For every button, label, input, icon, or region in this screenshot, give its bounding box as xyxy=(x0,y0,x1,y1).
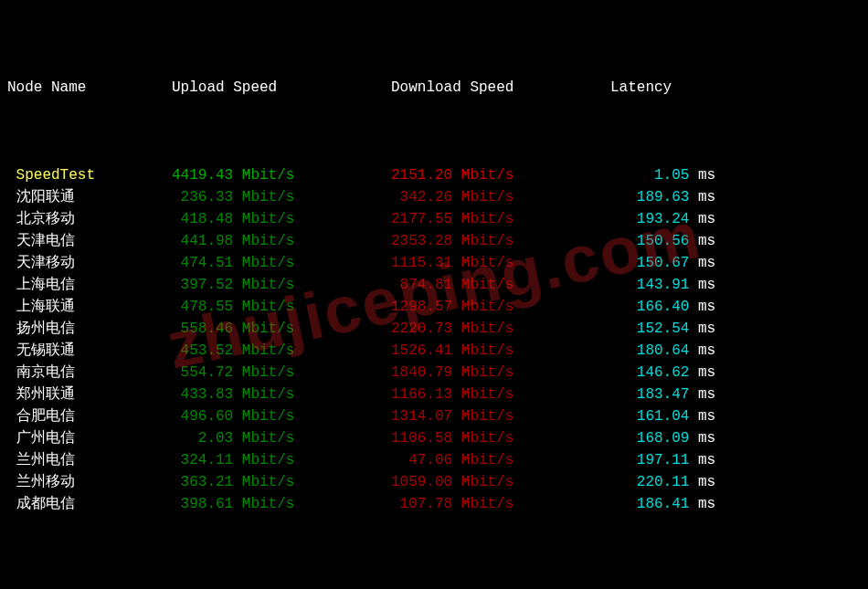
cell-download: 1166.13 Mbit/s xyxy=(391,384,610,405)
table-row: 上海电信 397.52 Mbit/s 874.81 Mbit/s 143.91 … xyxy=(7,274,861,296)
table-row: 上海联通 478.55 Mbit/s1298.57 Mbit/s 166.40 … xyxy=(7,296,861,318)
cell-download: 1298.57 Mbit/s xyxy=(391,296,610,318)
cell-latency: 197.11 ms xyxy=(610,449,775,471)
cell-latency: 166.40 ms xyxy=(610,296,775,318)
cell-latency: 161.04 ms xyxy=(610,405,775,427)
cell-node: 兰州移动 xyxy=(7,471,172,493)
cell-download: 2353.28 Mbit/s xyxy=(391,230,610,252)
cell-upload: 558.46 Mbit/s xyxy=(172,318,391,340)
cell-node: 郑州联通 xyxy=(7,384,172,405)
cell-upload: 324.11 Mbit/s xyxy=(172,449,391,471)
cell-node: 成都电信 xyxy=(7,493,172,515)
cell-upload: 433.83 Mbit/s xyxy=(172,384,391,405)
table-row: 无锡联通 453.52 Mbit/s1526.41 Mbit/s 180.64 … xyxy=(7,340,861,362)
cell-upload: 441.98 Mbit/s xyxy=(172,230,391,252)
cell-download: 1840.79 Mbit/s xyxy=(391,362,610,384)
cell-latency: 143.91 ms xyxy=(610,274,775,296)
table-header: Node Name Upload Speed Download Speed La… xyxy=(7,77,861,99)
cell-upload: 496.60 Mbit/s xyxy=(172,405,391,427)
table-row: 广州电信 2.03 Mbit/s1106.58 Mbit/s 168.09 ms xyxy=(7,427,861,449)
cell-node: 上海电信 xyxy=(7,274,172,296)
table-row: 天津移动 474.51 Mbit/s1115.31 Mbit/s 150.67 … xyxy=(7,252,861,274)
cell-node: 合肥电信 xyxy=(7,405,172,427)
table-row: 扬州电信 558.46 Mbit/s2220.73 Mbit/s 152.54 … xyxy=(7,318,861,340)
cell-upload: 418.48 Mbit/s xyxy=(172,208,391,230)
cell-node: 沈阳联通 xyxy=(7,186,172,208)
cell-node: 南京电信 xyxy=(7,362,172,384)
cell-latency: 152.54 ms xyxy=(610,318,775,340)
table-row: 兰州移动 363.21 Mbit/s1059.00 Mbit/s 220.11 … xyxy=(7,471,861,493)
cell-download: 1115.31 Mbit/s xyxy=(391,252,610,274)
cell-upload: 398.61 Mbit/s xyxy=(172,493,391,515)
cell-download: 874.81 Mbit/s xyxy=(391,274,610,296)
cell-node: 天津移动 xyxy=(7,252,172,274)
table-row: 北京移动 418.48 Mbit/s2177.55 Mbit/s 193.24 … xyxy=(7,208,861,230)
cell-latency: 186.41 ms xyxy=(610,493,775,515)
cell-node: 扬州电信 xyxy=(7,318,172,340)
cell-upload: 478.55 Mbit/s xyxy=(172,296,391,318)
cell-upload: 397.52 Mbit/s xyxy=(172,274,391,296)
cell-download: 2151.20 Mbit/s xyxy=(391,164,610,186)
cell-download: 47.06 Mbit/s xyxy=(391,449,610,471)
table-row: SpeedTest4419.43 Mbit/s2151.20 Mbit/s 1.… xyxy=(7,164,861,186)
table-row: 兰州电信 324.11 Mbit/s 47.06 Mbit/s 197.11 m… xyxy=(7,449,861,471)
cell-upload: 453.52 Mbit/s xyxy=(172,340,391,362)
cell-download: 1526.41 Mbit/s xyxy=(391,340,610,362)
cell-upload: 554.72 Mbit/s xyxy=(172,362,391,384)
cell-node: 上海联通 xyxy=(7,296,172,318)
table-body: SpeedTest4419.43 Mbit/s2151.20 Mbit/s 1.… xyxy=(7,164,861,515)
table-row: 天津电信 441.98 Mbit/s2353.28 Mbit/s 150.56 … xyxy=(7,230,861,252)
table-row: 南京电信 554.72 Mbit/s1840.79 Mbit/s 146.62 … xyxy=(7,362,861,384)
cell-node: 北京移动 xyxy=(7,208,172,230)
cell-download: 1314.07 Mbit/s xyxy=(391,405,610,427)
table-row: 合肥电信 496.60 Mbit/s1314.07 Mbit/s 161.04 … xyxy=(7,405,861,427)
cell-download: 1059.00 Mbit/s xyxy=(391,471,610,493)
cell-node: 广州电信 xyxy=(7,427,172,449)
cell-upload: 236.33 Mbit/s xyxy=(172,186,391,208)
header-latency: Latency xyxy=(610,77,775,99)
cell-latency: 150.56 ms xyxy=(610,230,775,252)
cell-node: 天津电信 xyxy=(7,230,172,252)
cell-latency: 220.11 ms xyxy=(610,471,775,493)
cell-latency: 146.62 ms xyxy=(610,362,775,384)
table-row: 郑州联通 433.83 Mbit/s1166.13 Mbit/s 183.47 … xyxy=(7,384,861,405)
cell-node: 无锡联通 xyxy=(7,340,172,362)
cell-latency: 180.64 ms xyxy=(610,340,775,362)
header-upload: Upload Speed xyxy=(172,77,391,99)
terminal-output: Node Name Upload Speed Download Speed La… xyxy=(7,11,861,589)
cell-latency: 150.67 ms xyxy=(610,252,775,274)
cell-latency: 1.05 ms xyxy=(610,164,775,186)
cell-latency: 168.09 ms xyxy=(610,427,775,449)
cell-node: SpeedTest xyxy=(7,164,172,186)
header-node: Node Name xyxy=(7,77,172,99)
cell-download: 1106.58 Mbit/s xyxy=(391,427,610,449)
cell-upload: 363.21 Mbit/s xyxy=(172,471,391,493)
cell-node: 兰州电信 xyxy=(7,449,172,471)
cell-download: 2177.55 Mbit/s xyxy=(391,208,610,230)
cell-upload: 474.51 Mbit/s xyxy=(172,252,391,274)
cell-download: 342.26 Mbit/s xyxy=(391,186,610,208)
cell-download: 2220.73 Mbit/s xyxy=(391,318,610,340)
cell-latency: 189.63 ms xyxy=(610,186,775,208)
cell-latency: 183.47 ms xyxy=(610,384,775,405)
cell-latency: 193.24 ms xyxy=(610,208,775,230)
cell-upload: 2.03 Mbit/s xyxy=(172,427,391,449)
table-row: 沈阳联通 236.33 Mbit/s 342.26 Mbit/s 189.63 … xyxy=(7,186,861,208)
header-download: Download Speed xyxy=(391,77,610,99)
table-row: 成都电信 398.61 Mbit/s 107.78 Mbit/s 186.41 … xyxy=(7,493,861,515)
cell-upload: 4419.43 Mbit/s xyxy=(172,164,391,186)
cell-download: 107.78 Mbit/s xyxy=(391,493,610,515)
divider-line: ----------------------------------------… xyxy=(7,581,861,589)
